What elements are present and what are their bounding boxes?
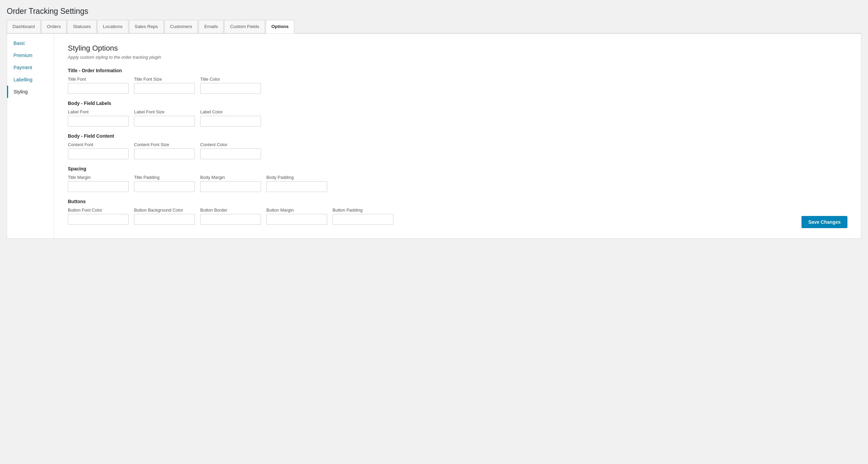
field-label-title-order-info-2: Title Color — [200, 77, 261, 82]
field-group-spacing-2: Body Margin — [200, 175, 261, 192]
sidebar-item-basic[interactable]: Basic — [7, 37, 54, 49]
field-label-title-order-info-0: Title Font — [68, 77, 129, 82]
field-label-body-field-labels-1: Label Font Size — [134, 109, 195, 114]
content-wrapper: BasicPremiumPaymentLabellingStyling Styl… — [7, 33, 861, 239]
field-input-body-field-labels-1[interactable] — [134, 116, 195, 127]
field-label-buttons-4: Button Padding — [333, 208, 393, 213]
field-label-body-field-content-1: Content Font Size — [134, 142, 195, 147]
save-changes-button[interactable]: Save Changes — [801, 216, 847, 228]
field-input-body-field-labels-0[interactable] — [68, 116, 129, 127]
tab-dashboard[interactable]: Dashboard — [7, 20, 41, 33]
field-label-buttons-0: Button Font Color — [68, 208, 129, 213]
section-spacing: SpacingTitle MarginTitle PaddingBody Mar… — [68, 166, 847, 192]
field-input-spacing-2[interactable] — [200, 181, 261, 192]
sidebar-item-payment[interactable]: Payment — [7, 61, 54, 74]
section-heading-buttons: Buttons — [68, 199, 847, 204]
section-body-field-labels: Body - Field LabelsLabel FontLabel Font … — [68, 101, 847, 127]
field-row-spacing: Title MarginTitle PaddingBody MarginBody… — [68, 175, 847, 192]
tab-locations[interactable]: Locations — [97, 20, 128, 33]
tab-customers[interactable]: Customers — [164, 20, 198, 33]
field-label-buttons-3: Button Margin — [266, 208, 327, 213]
field-input-spacing-1[interactable] — [134, 181, 195, 192]
field-group-body-field-content-1: Content Font Size — [134, 142, 195, 159]
field-group-body-field-labels-0: Label Font — [68, 109, 129, 127]
sidebar-item-styling[interactable]: Styling — [7, 86, 54, 98]
field-label-buttons-1: Button Background Color — [134, 208, 195, 213]
field-row-title-order-info: Title FontTitle Font SizeTitle Color — [68, 77, 847, 94]
field-input-title-order-info-1[interactable] — [134, 83, 195, 94]
field-group-buttons-2: Button Border — [200, 208, 261, 225]
panel-title: Styling Options — [68, 44, 847, 53]
field-label-body-field-content-2: Content Color — [200, 142, 261, 147]
field-group-body-field-labels-1: Label Font Size — [134, 109, 195, 127]
field-input-spacing-3[interactable] — [266, 181, 327, 192]
field-group-title-order-info-2: Title Color — [200, 77, 261, 94]
tab-options[interactable]: Options — [266, 20, 294, 33]
field-label-body-field-labels-2: Label Color — [200, 109, 261, 114]
field-label-body-field-labels-0: Label Font — [68, 109, 129, 114]
section-heading-body-field-labels: Body - Field Labels — [68, 101, 847, 106]
field-label-spacing-2: Body Margin — [200, 175, 261, 180]
field-group-buttons-0: Button Font Color — [68, 208, 129, 225]
field-group-title-order-info-0: Title Font — [68, 77, 129, 94]
section-heading-title-order-info: Title - Order Information — [68, 68, 847, 73]
section-heading-spacing: Spacing — [68, 166, 847, 171]
field-label-spacing-0: Title Margin — [68, 175, 129, 180]
field-input-buttons-3[interactable] — [266, 214, 327, 225]
section-buttons: ButtonsButton Font ColorButton Backgroun… — [68, 199, 847, 225]
field-input-buttons-4[interactable] — [333, 214, 393, 225]
field-input-body-field-labels-2[interactable] — [200, 116, 261, 127]
field-input-spacing-0[interactable] — [68, 181, 129, 192]
tab-statuses[interactable]: Statuses — [67, 20, 97, 33]
field-row-body-field-content: Content FontContent Font SizeContent Col… — [68, 142, 847, 159]
field-label-spacing-3: Body Padding — [266, 175, 327, 180]
sidebar-item-labelling[interactable]: Labelling — [7, 74, 54, 86]
tab-emails[interactable]: Emails — [199, 20, 224, 33]
field-input-body-field-content-1[interactable] — [134, 148, 195, 159]
field-group-buttons-4: Button Padding — [333, 208, 393, 225]
field-group-spacing-1: Title Padding — [134, 175, 195, 192]
field-input-buttons-1[interactable] — [134, 214, 195, 225]
panel-subtitle: Apply custom styling to the order tracki… — [68, 55, 847, 60]
field-group-title-order-info-1: Title Font Size — [134, 77, 195, 94]
field-group-spacing-3: Body Padding — [266, 175, 327, 192]
field-label-body-field-content-0: Content Font — [68, 142, 129, 147]
tab-orders[interactable]: Orders — [41, 20, 67, 33]
sidebar: BasicPremiumPaymentLabellingStyling — [7, 34, 54, 238]
field-label-title-order-info-1: Title Font Size — [134, 77, 195, 82]
page-wrapper: Order Tracking Settings DashboardOrdersS… — [0, 0, 868, 245]
field-group-body-field-content-2: Content Color — [200, 142, 261, 159]
tab-bar: DashboardOrdersStatusesLocationsSales Re… — [7, 20, 861, 33]
field-group-spacing-0: Title Margin — [68, 175, 129, 192]
section-title-order-info: Title - Order InformationTitle FontTitle… — [68, 68, 847, 94]
field-group-body-field-labels-2: Label Color — [200, 109, 261, 127]
field-input-buttons-0[interactable] — [68, 214, 129, 225]
tab-custom-fields[interactable]: Custom Fields — [224, 20, 265, 33]
field-input-body-field-content-0[interactable] — [68, 148, 129, 159]
field-input-body-field-content-2[interactable] — [200, 148, 261, 159]
field-row-buttons: Button Font ColorButton Background Color… — [68, 208, 847, 225]
field-group-body-field-content-0: Content Font — [68, 142, 129, 159]
field-row-body-field-labels: Label FontLabel Font SizeLabel Color — [68, 109, 847, 127]
section-heading-body-field-content: Body - Field Content — [68, 133, 847, 139]
field-input-title-order-info-2[interactable] — [200, 83, 261, 94]
field-input-buttons-2[interactable] — [200, 214, 261, 225]
tab-sales-reps[interactable]: Sales Reps — [129, 20, 164, 33]
field-group-buttons-1: Button Background Color — [134, 208, 195, 225]
field-label-buttons-2: Button Border — [200, 208, 261, 213]
section-body-field-content: Body - Field ContentContent FontContent … — [68, 133, 847, 159]
content-panel: Styling Options Apply custom styling to … — [54, 34, 861, 238]
sections-container: Title - Order InformationTitle FontTitle… — [68, 68, 847, 225]
sidebar-item-premium[interactable]: Premium — [7, 49, 54, 61]
field-group-buttons-3: Button Margin — [266, 208, 327, 225]
page-title: Order Tracking Settings — [7, 7, 861, 16]
field-input-title-order-info-0[interactable] — [68, 83, 129, 94]
field-label-spacing-1: Title Padding — [134, 175, 195, 180]
